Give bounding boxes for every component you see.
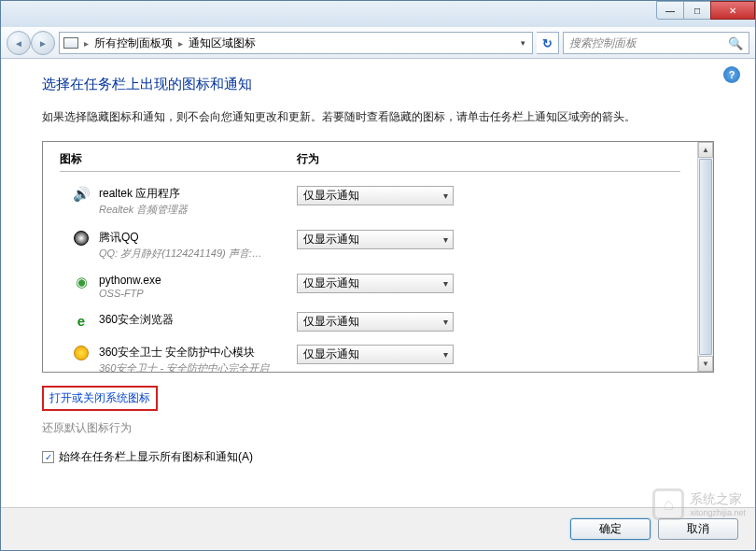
icons-list-panel: 图标 行为 🔊 realtek 应用程序 Realtek 音频管理器 仅显示通知… xyxy=(42,141,714,373)
column-behavior-header: 行为 xyxy=(297,151,319,171)
dialog-footer: 确定 取消 xyxy=(1,507,755,550)
item-title: realtek 应用程序 xyxy=(99,186,297,202)
list-item: 360安全卫士 安全防护中心模块 360安全卫士 - 安全防护中心完全开启 仅显… xyxy=(60,340,680,372)
scroll-down-button[interactable]: ▼ xyxy=(698,356,713,372)
minimize-button[interactable]: — xyxy=(656,1,684,20)
back-button[interactable]: ◄ xyxy=(7,31,31,55)
behavior-select[interactable]: 仅显示通知 xyxy=(297,312,454,332)
list-item: e 360安全浏览器 仅显示通知 xyxy=(60,307,680,340)
item-subtitle: Realtek 音频管理器 xyxy=(99,203,293,217)
item-subtitle: QQ: 岁月静好(1124241149) 声音:… xyxy=(99,247,293,261)
item-title: 腾讯QQ xyxy=(99,230,297,246)
column-headers: 图标 行为 xyxy=(60,151,680,171)
breadcrumb-sep-icon: ▸ xyxy=(84,38,89,49)
behavior-select[interactable]: 仅显示通知 xyxy=(297,230,454,249)
navigation-bar: ◄ ► ▸ 所有控制面板项 ▸ 通知区域图标 ▾ ↻ 搜索控制面板 🔍 xyxy=(1,27,755,59)
behavior-select[interactable]: 仅显示通知 xyxy=(297,345,454,364)
page-description: 如果选择隐藏图标和通知，则不会向您通知更改和更新。若要随时查看隐藏的图标，请单击… xyxy=(42,108,714,126)
nav-buttons: ◄ ► xyxy=(7,31,55,55)
scrollbar[interactable]: ▲ ▼ xyxy=(697,142,713,372)
list-item: 🔊 realtek 应用程序 Realtek 音频管理器 仅显示通知 xyxy=(60,181,680,225)
item-subtitle: OSS-FTP xyxy=(99,288,293,299)
python-icon: ◉ xyxy=(71,274,91,290)
ok-button[interactable]: 确定 xyxy=(570,518,651,540)
behavior-select[interactable]: 仅显示通知 xyxy=(297,186,454,205)
control-panel-window: — □ ✕ ◄ ► ▸ 所有控制面板项 ▸ 通知区域图标 ▾ ↻ 搜索控制面板 … xyxy=(0,0,756,551)
speaker-icon: 🔊 xyxy=(71,186,91,203)
forward-button[interactable]: ► xyxy=(31,31,55,55)
toggle-system-icons-link[interactable]: 打开或关闭系统图标 xyxy=(49,391,150,404)
refresh-button[interactable]: ↻ xyxy=(537,32,559,54)
search-input[interactable]: 搜索控制面板 🔍 xyxy=(563,32,749,54)
help-icon[interactable]: ? xyxy=(723,66,740,83)
item-title: 360安全浏览器 xyxy=(99,312,297,328)
page-title: 选择在任务栏上出现的图标和通知 xyxy=(42,76,714,93)
item-subtitle: 360安全卫士 - 安全防护中心完全开启 xyxy=(99,361,293,372)
content-area: ? 选择在任务栏上出现的图标和通知 如果选择隐藏图标和通知，则不会向您通知更改和… xyxy=(1,59,755,507)
breadcrumb-notification-icons[interactable]: 通知区域图标 xyxy=(189,35,256,51)
behavior-select[interactable]: 仅显示通知 xyxy=(297,274,454,293)
address-dropdown-icon[interactable]: ▾ xyxy=(518,38,528,48)
scroll-up-button[interactable]: ▲ xyxy=(698,142,713,158)
maximize-button[interactable]: □ xyxy=(683,1,711,20)
360-icon xyxy=(71,345,91,361)
breadcrumb-all-items[interactable]: 所有控制面板项 xyxy=(94,35,173,51)
header-divider xyxy=(60,171,680,172)
address-bar[interactable]: ▸ 所有控制面板项 ▸ 通知区域图标 ▾ xyxy=(59,32,533,54)
highlighted-link-box: 打开或关闭系统图标 xyxy=(42,386,158,411)
item-title: 360安全卫士 安全防护中心模块 xyxy=(99,345,297,360)
qq-icon xyxy=(71,230,91,247)
always-show-checkbox[interactable]: ✓ xyxy=(42,451,54,463)
search-icon[interactable]: 🔍 xyxy=(728,36,743,50)
icons-list-body: 图标 行为 🔊 realtek 应用程序 Realtek 音频管理器 仅显示通知… xyxy=(43,142,697,372)
control-panel-icon xyxy=(63,37,78,49)
list-item: 腾讯QQ QQ: 岁月静好(1124241149) 声音:… 仅显示通知 xyxy=(60,225,680,269)
browser-icon: e xyxy=(71,312,91,329)
always-show-checkbox-row: ✓ 始终在任务栏上显示所有图标和通知(A) xyxy=(42,449,714,465)
close-button[interactable]: ✕ xyxy=(710,1,755,20)
list-item: ◉ pythonw.exe OSS-FTP 仅显示通知 xyxy=(60,269,680,307)
item-title: pythonw.exe xyxy=(99,274,297,287)
scroll-thumb[interactable] xyxy=(699,159,712,355)
restore-default-link: 还原默认图标行为 xyxy=(42,420,714,436)
cancel-button[interactable]: 取消 xyxy=(658,518,738,540)
breadcrumb-sep-icon: ▸ xyxy=(178,38,183,49)
window-titlebar: — □ ✕ xyxy=(1,1,755,27)
search-placeholder: 搜索控制面板 xyxy=(569,35,637,51)
column-icon-header: 图标 xyxy=(60,151,297,171)
always-show-label: 始终在任务栏上显示所有图标和通知(A) xyxy=(59,449,253,465)
